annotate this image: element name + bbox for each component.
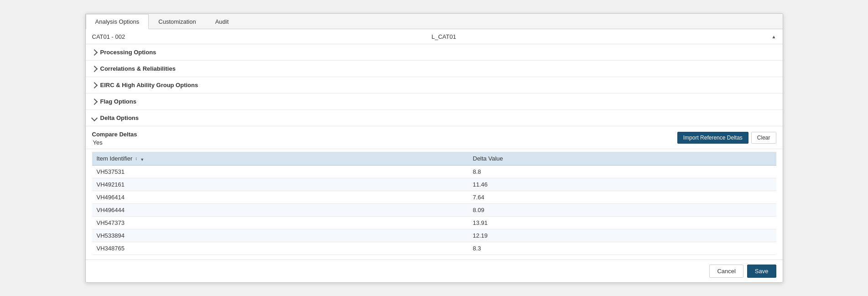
content-area: CAT01 - 002 L_CAT01 ▲ Processing Options… — [86, 29, 783, 282]
item-identifier-cell: VH496444 — [92, 204, 468, 217]
delta-value-cell: 12.19 — [468, 229, 776, 242]
chevron-right-icon — [91, 82, 97, 88]
eirc-label: EIRC & High Ability Group Options — [100, 82, 198, 88]
tab-audit[interactable]: Audit — [206, 14, 239, 29]
delta-section: Compare Deltas Yes Import Reference Delt… — [86, 126, 783, 260]
cancel-button[interactable]: Cancel — [709, 265, 743, 278]
section-delta-options[interactable]: Delta Options — [86, 110, 783, 126]
cat-label: L_CAT01 — [431, 33, 456, 40]
delta-value-cell: 8.3 — [468, 242, 776, 255]
footer-bar: Cancel Save — [86, 260, 783, 282]
table-row: VH4964147.64 — [92, 191, 776, 204]
cat-header: CAT01 - 002 L_CAT01 ▲ — [86, 29, 783, 44]
tabs-bar: Analysis Options Customization Audit — [86, 14, 783, 29]
processing-options-label: Processing Options — [100, 49, 156, 56]
section-eirc-high-ability[interactable]: EIRC & High Ability Group Options — [86, 77, 783, 93]
scroll-up-icon[interactable]: ▲ — [772, 34, 776, 39]
table-row: VH4964448.09 — [92, 204, 776, 217]
flag-options-label: Flag Options — [100, 98, 136, 105]
delta-value-cell: 11.46 — [468, 178, 776, 191]
section-correlations-reliabilities[interactable]: Correlations & Reliabilities — [86, 61, 783, 77]
table-row: VH5375318.8 — [92, 166, 776, 178]
compare-deltas-title: Compare Deltas — [92, 131, 137, 138]
tab-customization[interactable]: Customization — [149, 14, 205, 29]
tab-analysis-options[interactable]: Analysis Options — [86, 14, 149, 29]
item-identifier-cell: VH492161 — [92, 178, 468, 191]
chevron-down-icon — [91, 114, 97, 121]
modal-container: Analysis Options Customization Audit CAT… — [85, 13, 783, 283]
table-row: VH54737313.91 — [92, 217, 776, 229]
clear-button[interactable]: Clear — [751, 132, 776, 144]
cat-header-right: ▲ — [763, 33, 776, 40]
table-body: VH5375318.8VH49216111.46VH4964147.64VH49… — [92, 166, 776, 255]
delta-value-header: Delta Value — [473, 155, 503, 162]
cursor — [763, 33, 767, 40]
correlations-label: Correlations & Reliabilities — [100, 65, 176, 72]
import-reference-deltas-button[interactable]: Import Reference Deltas — [677, 132, 748, 144]
delta-header-row: Compare Deltas Yes Import Reference Delt… — [86, 126, 783, 149]
delta-title-block: Compare Deltas Yes — [92, 131, 137, 146]
chevron-right-icon — [91, 49, 97, 55]
col-item-identifier: Item Identifier ↕ — [92, 152, 468, 166]
table-row: VH53389412.19 — [92, 229, 776, 242]
delta-value-cell: 13.91 — [468, 217, 776, 229]
compare-deltas-value: Yes — [92, 139, 137, 146]
item-identifier-cell: VH348765 — [92, 242, 468, 255]
delta-value-cell: 8.8 — [468, 166, 776, 178]
item-identifier-cell: VH547373 — [92, 217, 468, 229]
table-header-row: Item Identifier ↕ Delta Value — [92, 152, 776, 166]
save-button[interactable]: Save — [747, 265, 776, 278]
chevron-right-icon — [91, 98, 97, 104]
item-identifier-cell: VH496414 — [92, 191, 468, 204]
item-identifier-header: Item Identifier — [97, 155, 133, 162]
item-identifier-cell: VH533894 — [92, 229, 468, 242]
table-row: VH3487658.3 — [92, 242, 776, 255]
filter-icon[interactable] — [140, 156, 146, 162]
table-wrapper: Item Identifier ↕ Delta Value VH5375318. — [86, 149, 783, 260]
section-flag-options[interactable]: Flag Options — [86, 93, 783, 110]
cat-id: CAT01 - 002 — [92, 33, 125, 40]
delta-value-cell: 8.09 — [468, 204, 776, 217]
chevron-right-icon — [91, 65, 97, 72]
sort-icon[interactable]: ↕ — [135, 156, 137, 161]
delta-buttons: Import Reference Deltas Clear — [677, 132, 776, 144]
col-delta-value: Delta Value — [468, 152, 776, 166]
delta-value-cell: 7.64 — [468, 191, 776, 204]
section-processing-options[interactable]: Processing Options — [86, 44, 783, 61]
delta-table: Item Identifier ↕ Delta Value VH5375318. — [92, 152, 776, 255]
table-row: VH49216111.46 — [92, 178, 776, 191]
delta-options-label: Delta Options — [100, 114, 139, 121]
item-identifier-cell: VH537531 — [92, 166, 468, 178]
